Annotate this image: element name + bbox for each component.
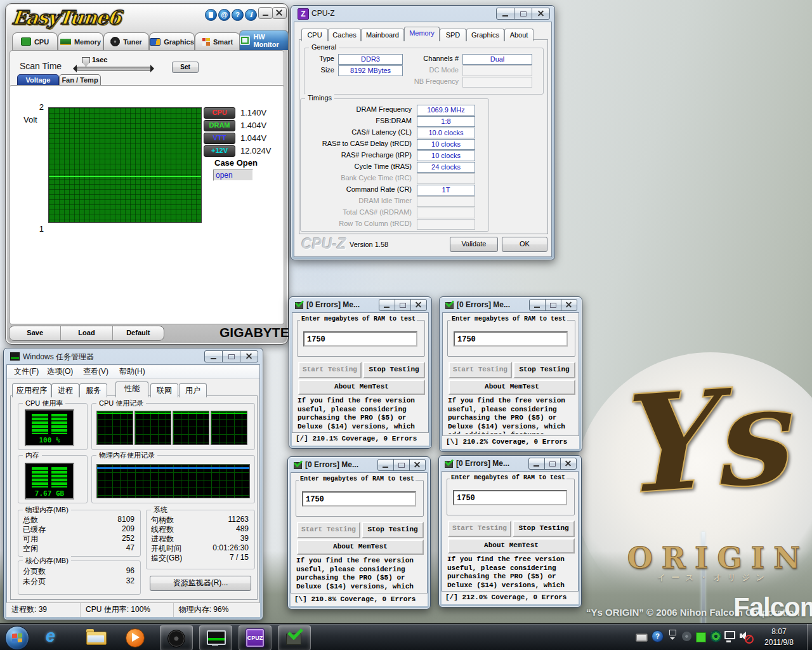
about-memtest-button[interactable]: About MemTest xyxy=(448,538,575,554)
page-icon[interactable] xyxy=(205,9,217,21)
network-tray-icon[interactable] xyxy=(724,631,735,642)
minimize-button[interactable] xyxy=(204,350,223,362)
maximize-button[interactable] xyxy=(545,299,561,311)
scan-time-slider[interactable] xyxy=(77,67,152,71)
show-desktop-button[interactable] xyxy=(807,624,812,650)
resource-monitor-button[interactable]: 资源监视器(R)... xyxy=(150,576,251,591)
minimize-button[interactable] xyxy=(529,299,546,311)
green-status-tray-icon[interactable] xyxy=(696,632,706,642)
maximize-button[interactable] xyxy=(393,459,410,471)
tab-networking[interactable]: 联网 xyxy=(150,383,178,397)
close-button[interactable] xyxy=(240,350,258,362)
tab-memory[interactable]: Memory xyxy=(404,27,440,41)
memtest-titlebar[interactable]: [0 Errors] Me... xyxy=(288,457,430,472)
maximize-button[interactable] xyxy=(222,350,240,362)
cpuz-titlebar[interactable]: Z CPU-Z xyxy=(291,6,554,21)
ram-input[interactable] xyxy=(454,331,568,347)
stop-testing-button[interactable]: Stop Testing xyxy=(513,521,575,537)
taskbar-app-memtest[interactable] xyxy=(278,625,311,650)
media-player-icon[interactable] xyxy=(126,628,143,646)
tab-cpu[interactable]: CPU xyxy=(301,29,328,41)
maximize-button[interactable] xyxy=(544,458,561,470)
tab-tuner[interactable]: Tuner xyxy=(103,32,149,50)
tab-graphics[interactable]: Graphics xyxy=(149,32,195,50)
easytune-tray-icon[interactable] xyxy=(682,632,691,641)
tab-memory[interactable]: Memory xyxy=(58,32,103,50)
ram-input[interactable] xyxy=(302,491,416,507)
taskbar-clock[interactable]: 8:07 2011/9/8 xyxy=(754,627,804,648)
close-button[interactable] xyxy=(532,8,550,20)
menu-help[interactable]: 帮助(H) xyxy=(115,366,150,378)
help-tray-icon[interactable]: ? xyxy=(652,630,664,642)
menu-file[interactable]: 文件(F) xyxy=(10,366,43,378)
stop-testing-button[interactable]: Stop Testing xyxy=(513,362,575,378)
ok-button[interactable]: OK xyxy=(502,237,547,252)
close-button[interactable] xyxy=(410,299,427,311)
tab-smart[interactable]: Smart xyxy=(195,32,240,50)
maximize-button[interactable] xyxy=(514,8,532,20)
start-testing-button[interactable]: Start Testing xyxy=(449,362,512,378)
sensor-vtt-button[interactable]: VTT xyxy=(204,133,235,144)
about-memtest-button[interactable]: About MemTest xyxy=(298,380,425,395)
tab-cpu[interactable]: CPU xyxy=(12,32,58,50)
easytune-titlebar[interactable]: EasyTune6 @ ? i xyxy=(6,4,288,32)
sensor-cpu-button[interactable]: CPU xyxy=(204,107,235,119)
start-testing-button[interactable]: Start Testing xyxy=(297,522,360,538)
minimize-button[interactable] xyxy=(528,458,545,470)
tab-spd[interactable]: SPD xyxy=(440,29,466,41)
menu-view[interactable]: 查看(V) xyxy=(79,366,113,378)
minimize-button[interactable] xyxy=(496,8,514,20)
taskbar-app-cpuz[interactable]: CPUZ xyxy=(239,625,272,650)
tab-applications[interactable]: 应用程序 xyxy=(12,383,51,397)
tab-processes[interactable]: 进程 xyxy=(51,383,79,397)
load-button[interactable]: Load xyxy=(61,326,112,340)
start-testing-button[interactable]: Start Testing xyxy=(298,362,362,378)
save-button[interactable]: Save xyxy=(10,326,61,340)
default-button[interactable]: Default xyxy=(113,326,164,340)
about-memtest-button[interactable]: About MemTest xyxy=(297,540,424,555)
maximize-button[interactable] xyxy=(395,299,411,311)
close-button[interactable] xyxy=(409,459,426,471)
stop-testing-button[interactable]: Stop Testing xyxy=(362,522,424,538)
sensor-12v-button[interactable]: +12V xyxy=(204,145,235,157)
memtest-titlebar[interactable]: [0 Errors] Me... xyxy=(440,297,582,312)
memtest-titlebar[interactable]: [0 Errors] Me... xyxy=(439,456,581,471)
sensor-dram-button[interactable]: DRAM xyxy=(204,120,235,131)
tab-performance[interactable]: 性能 xyxy=(115,381,148,397)
about-memtest-button[interactable]: About MemTest xyxy=(449,380,575,395)
close-button[interactable] xyxy=(560,458,577,470)
taskmgr-titlebar[interactable]: Windows 任务管理器 xyxy=(4,348,263,364)
close-button[interactable] xyxy=(272,7,287,19)
info-icon[interactable]: i xyxy=(245,9,257,21)
tab-hw-monitor[interactable]: HW Monitor xyxy=(239,30,289,50)
internet-explorer-icon[interactable]: e xyxy=(46,627,55,646)
close-button[interactable] xyxy=(561,299,577,311)
tab-mainboard[interactable]: Mainboard xyxy=(361,29,404,41)
menu-options[interactable]: 选项(O) xyxy=(43,366,77,378)
tab-about[interactable]: About xyxy=(504,29,534,41)
tab-users[interactable]: 用户 xyxy=(179,383,207,397)
tab-caches[interactable]: Caches xyxy=(328,29,361,41)
taskbar-app-taskmgr[interactable] xyxy=(199,625,232,650)
slider-right-arrow[interactable] xyxy=(150,65,158,72)
slider-left-arrow[interactable] xyxy=(69,65,77,72)
minimize-button[interactable] xyxy=(258,7,273,19)
stop-testing-button[interactable]: Stop Testing xyxy=(363,362,425,378)
tab-graphics[interactable]: Graphics xyxy=(466,29,504,41)
ram-input[interactable] xyxy=(453,490,567,505)
keyboard-tray-icon[interactable] xyxy=(636,633,648,642)
validate-button[interactable]: Validate xyxy=(450,237,498,252)
taskbar-app-easytune[interactable] xyxy=(160,625,193,650)
minimize-button[interactable] xyxy=(379,299,395,311)
volume-muted-tray-icon[interactable] xyxy=(740,630,752,642)
help-icon[interactable]: ? xyxy=(232,9,244,21)
minimize-button[interactable] xyxy=(377,459,394,471)
set-button[interactable]: Set xyxy=(172,62,199,73)
start-testing-button[interactable]: Start Testing xyxy=(448,521,511,537)
windows-explorer-icon[interactable] xyxy=(86,632,105,644)
at-icon[interactable]: @ xyxy=(218,9,230,21)
ram-input[interactable] xyxy=(303,331,417,347)
memtest-titlebar[interactable]: [0 Errors] Me... xyxy=(289,297,431,312)
tab-services[interactable]: 服务 xyxy=(79,383,107,397)
show-hidden-icons[interactable] xyxy=(669,630,676,642)
